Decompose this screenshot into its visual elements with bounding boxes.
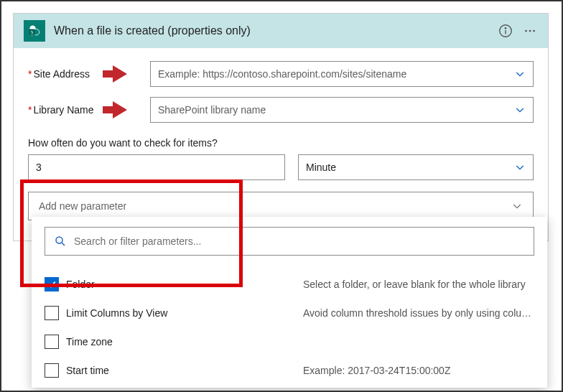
chevron-down-icon [514,68,526,80]
option-label: Folder [66,279,296,290]
chevron-down-icon [511,200,523,212]
sharepoint-icon: S [24,20,45,42]
card-body: *Site Address Example: https://contoso.s… [14,48,548,241]
checkbox-unchecked[interactable] [45,306,59,320]
trigger-card: S When a file is created (properties onl… [13,13,549,241]
option-description: Example: 2017-03-24T15:00:00Z [303,365,534,376]
frequency-unit: Minute [306,162,514,173]
arrow-icon [113,65,127,83]
library-name-input[interactable]: SharePoint library name [150,97,534,123]
card-header[interactable]: S When a file is created (properties onl… [14,14,548,48]
option-folder[interactable]: Folder Select a folder, or leave blank f… [45,270,534,299]
library-name-row: *Library Name SharePoint library name [28,97,534,123]
add-parameter-select[interactable]: Add new parameter [28,192,534,220]
svg-point-10 [533,30,535,32]
parameter-search-input[interactable]: Search or filter parameters... [45,227,534,256]
frequency-row: 3 Minute [28,154,534,180]
chevron-down-icon [514,162,526,173]
svg-point-8 [525,30,527,32]
checkbox-unchecked[interactable] [45,335,59,349]
frequency-value: 3 [36,162,42,173]
site-address-label: *Site Address [28,68,107,80]
svg-text:S: S [31,29,34,34]
library-name-placeholder: SharePoint library name [158,104,514,116]
info-icon[interactable] [498,23,513,39]
parameter-dropdown: Search or filter parameters... Folder Se… [32,217,547,388]
option-limit-columns[interactable]: Limit Columns by View Avoid column thres… [45,299,534,327]
svg-point-11 [56,237,62,243]
site-address-input[interactable]: Example: https://contoso.sharepoint.com/… [150,61,534,87]
more-icon[interactable] [522,23,538,39]
option-label: Time zone [66,336,296,347]
frequency-label: How often do you want to check for items… [28,137,534,149]
add-parameter-placeholder: Add new parameter [39,200,511,212]
option-time-zone[interactable]: Time zone [45,327,534,356]
checkbox-unchecked[interactable] [45,363,59,378]
svg-line-12 [62,243,65,246]
search-icon [54,235,67,248]
chevron-down-icon [514,104,526,116]
option-description: Select a folder, or leave blank for the … [303,279,534,290]
option-label: Start time [66,365,296,376]
search-placeholder: Search or filter parameters... [74,235,201,247]
frequency-value-input[interactable]: 3 [28,154,285,180]
option-start-time[interactable]: Start time Example: 2017-03-24T15:00:00Z [45,356,534,385]
site-address-row: *Site Address Example: https://contoso.s… [28,61,534,87]
library-name-label: *Library Name [28,104,107,116]
card-title: When a file is created (properties only) [54,24,489,37]
site-address-placeholder: Example: https://contoso.sharepoint.com/… [158,68,514,80]
option-label: Limit Columns by View [66,307,296,319]
option-description: Avoid column threshold issues by only us… [303,307,534,319]
checkbox-checked[interactable] [45,277,59,291]
svg-point-6 [505,28,506,29]
frequency-unit-select[interactable]: Minute [298,154,534,180]
arrow-icon [113,101,127,118]
svg-point-9 [529,30,531,32]
